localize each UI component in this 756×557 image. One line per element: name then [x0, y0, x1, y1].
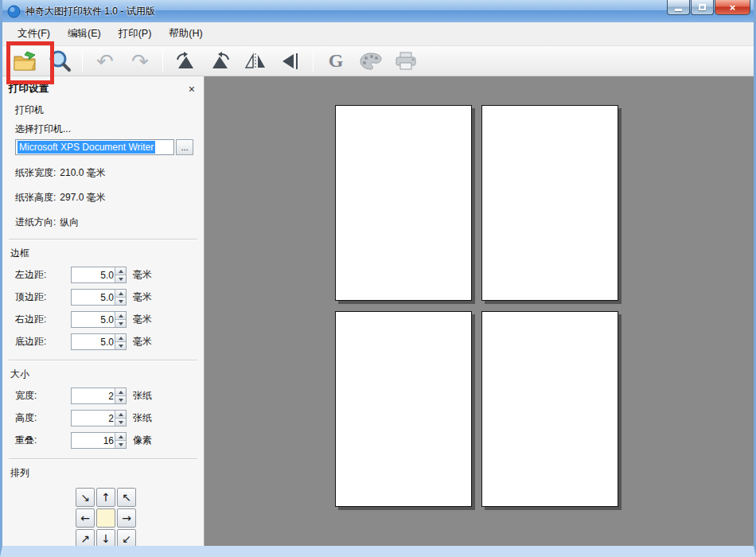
preview-page: [481, 105, 618, 301]
preview-page: [335, 105, 472, 301]
flip-horizontal-icon: [244, 53, 267, 70]
section-divider: [9, 458, 197, 460]
arrange-arrow-button[interactable]: ↓: [96, 529, 115, 546]
spin-up-button[interactable]: [115, 388, 126, 396]
spin-up-button[interactable]: [115, 411, 126, 419]
overlap-input[interactable]: 16: [71, 432, 127, 449]
app-window: 神奇大图打印软件 1.0 - 试用版 × 文件(F) 编辑(E) 打印(P) 帮…: [0, 0, 756, 557]
spin-down-button[interactable]: [115, 419, 126, 426]
spin-up-button[interactable]: [115, 433, 126, 441]
top-margin-row: 顶边距: 5.0 毫米: [15, 289, 197, 306]
palette-icon: [359, 52, 383, 71]
menu-item-file[interactable]: 文件(F): [9, 23, 59, 45]
bottom-margin-input[interactable]: 5.0: [71, 333, 127, 350]
section-divider: [9, 360, 197, 361]
printer-name-field[interactable]: Microsoft XPS Document Writer: [15, 139, 174, 155]
printer-section-label: 打印机: [15, 103, 197, 117]
window-title: 神奇大图打印软件 1.0 - 试用版: [25, 5, 155, 18]
titlebar[interactable]: 神奇大图打印软件 1.0 - 试用版 ×: [2, 0, 754, 22]
arrange-arrow-button[interactable]: ↖: [117, 488, 136, 507]
size-section-title: 大小: [10, 368, 197, 381]
margins-section-title: 边框: [10, 247, 197, 260]
arrange-center-button[interactable]: [96, 508, 115, 528]
height-sheets-input[interactable]: 2: [71, 410, 127, 427]
app-icon: [7, 5, 21, 18]
minimize-icon: [675, 9, 682, 11]
spin-down-button[interactable]: [115, 441, 126, 448]
paper-width-info: 纸张宽度:210.0 毫米: [15, 166, 197, 180]
width-sheets-input[interactable]: 2: [71, 388, 127, 404]
spin-up-button[interactable]: [115, 334, 126, 342]
spin-down-button[interactable]: [115, 298, 126, 305]
spin-up-button[interactable]: [115, 267, 126, 275]
rotate-right-icon: [209, 52, 232, 71]
right-margin-input[interactable]: 5.0: [71, 311, 127, 328]
spin-down-button[interactable]: [115, 320, 126, 327]
arrange-arrow-button[interactable]: ↗: [76, 529, 95, 546]
section-divider: [9, 239, 197, 240]
flip-vertical-icon: [280, 52, 301, 71]
toolbar-separator: [162, 51, 163, 72]
maximize-icon: [699, 4, 706, 10]
height-sheets-row: 高度: 2 张纸: [15, 410, 197, 427]
page-grid: [335, 105, 618, 507]
open-image-button[interactable]: [9, 48, 41, 75]
spin-down-button[interactable]: [115, 396, 126, 403]
right-margin-row: 右边距: 5.0 毫米: [15, 311, 197, 328]
menu-item-edit[interactable]: 编辑(E): [59, 23, 110, 45]
open-folder-icon: [12, 50, 37, 72]
arrange-arrow-grid: ↘ ↑ ↖ ← → ↗ ↓ ↙: [76, 488, 197, 546]
spin-down-button[interactable]: [115, 342, 126, 349]
flip-vertical-button[interactable]: [275, 48, 306, 75]
arrange-arrow-button[interactable]: →: [117, 508, 136, 528]
close-button[interactable]: ×: [715, 0, 750, 15]
grayscale-icon: G: [329, 50, 344, 72]
arrange-arrow-button[interactable]: ←: [76, 508, 95, 528]
magnifier-icon: [48, 49, 72, 73]
panel-close-icon[interactable]: ×: [186, 83, 197, 95]
redo-icon: ↷: [131, 51, 149, 72]
flip-horizontal-button[interactable]: [240, 48, 271, 75]
spin-down-button[interactable]: [115, 275, 126, 282]
menu-bar: 文件(F) 编辑(E) 打印(P) 帮助(H): [2, 22, 754, 46]
arrange-arrow-button[interactable]: ↘: [76, 488, 95, 507]
maximize-button[interactable]: [691, 0, 714, 15]
preview-canvas: [205, 76, 754, 546]
overlap-row: 重叠: 16 像素: [15, 432, 197, 449]
browse-printer-button[interactable]: ...: [176, 139, 193, 155]
spin-up-button[interactable]: [115, 312, 126, 320]
rotate-left-button[interactable]: [170, 48, 201, 75]
bottom-margin-row: 底边距: 5.0 毫米: [15, 333, 197, 350]
paper-height-info: 纸张高度:297.0 毫米: [15, 191, 197, 204]
undo-button[interactable]: ↶: [89, 48, 121, 75]
top-margin-input[interactable]: 5.0: [71, 289, 127, 306]
rotate-right-button[interactable]: [205, 48, 236, 75]
toolbar: ↶ ↷: [2, 46, 754, 76]
spin-up-button[interactable]: [115, 290, 126, 298]
window-controls: ×: [666, 0, 750, 15]
undo-icon: ↶: [96, 51, 114, 72]
toolbar-separator: [82, 51, 83, 72]
arrange-arrow-button[interactable]: ↑: [96, 488, 115, 507]
arrange-section-title: 排列: [10, 466, 197, 480]
print-button[interactable]: [390, 48, 422, 75]
left-margin-input[interactable]: 5.0: [71, 267, 127, 283]
color-adjust-button[interactable]: [355, 48, 387, 75]
printer-name-value: Microsoft XPS Document Writer: [18, 141, 155, 154]
zoom-preview-button[interactable]: [44, 48, 76, 75]
arrange-arrow-button[interactable]: ↙: [117, 529, 136, 546]
feed-direction-info: 进纸方向:纵向: [15, 216, 197, 229]
redo-button[interactable]: ↷: [124, 48, 156, 75]
choose-printer-label: 选择打印机...: [15, 123, 197, 136]
grayscale-button[interactable]: G: [320, 48, 352, 75]
menu-item-print[interactable]: 打印(P): [110, 23, 161, 45]
left-margin-row: 左边距: 5.0 毫米: [15, 267, 197, 283]
print-settings-panel: 打印设置 × 打印机 选择打印机... Microsoft XPS Docume…: [2, 76, 205, 546]
preview-page: [335, 311, 472, 507]
rotate-left-icon: [174, 52, 197, 71]
printer-icon: [393, 51, 419, 72]
panel-title: 打印设置: [9, 82, 49, 95]
menu-item-help[interactable]: 帮助(H): [160, 23, 211, 45]
minimize-button[interactable]: [667, 0, 690, 15]
content-area: 打印设置 × 打印机 选择打印机... Microsoft XPS Docume…: [2, 76, 754, 546]
